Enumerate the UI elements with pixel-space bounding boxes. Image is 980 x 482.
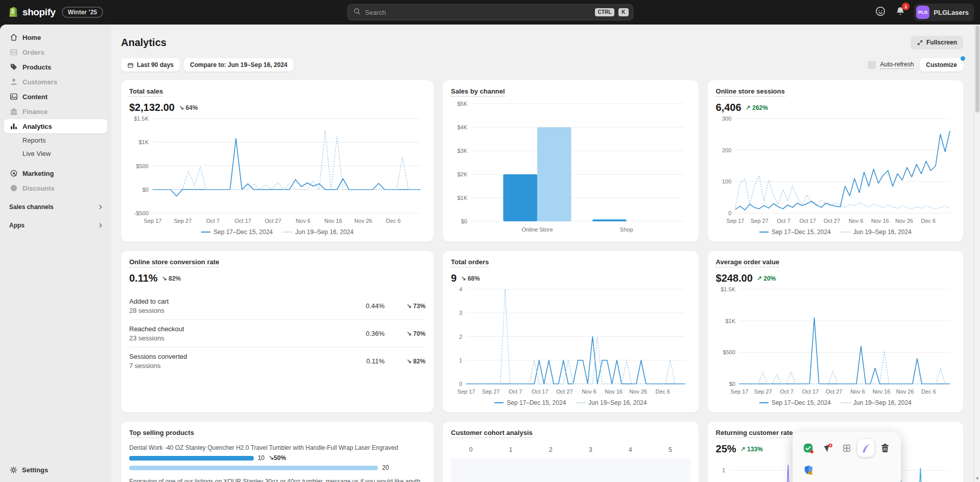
sidekick-icon[interactable]: [874, 5, 887, 19]
sidebar-item-home[interactable]: Home: [4, 30, 107, 44]
svg-text:Oct 27: Oct 27: [826, 388, 842, 395]
bell-icon: [895, 10, 906, 18]
trash-icon: [879, 443, 891, 454]
change-badge: ↗ 20%: [757, 275, 776, 282]
sidebar-item-finance[interactable]: Finance: [4, 104, 107, 119]
sidebar-item-reports[interactable]: Reports: [4, 134, 107, 147]
chevron-right-icon: [97, 203, 104, 211]
funnel-row: Added to cart28 sessions 0.44% ↘ 73%: [129, 292, 425, 319]
avatar: PLG: [916, 6, 929, 19]
sidebar-item-orders[interactable]: Orders: [4, 45, 107, 59]
content-icon: [11, 94, 17, 100]
auto-refresh-checkbox[interactable]: [868, 61, 876, 69]
svg-text:100: 100: [722, 178, 731, 185]
svg-text:$0: $0: [461, 218, 467, 224]
sales-by-channel-chart: $5K$4K$3K$2K$1K$0Online StoreShop: [451, 100, 690, 236]
extension-pen[interactable]: [857, 439, 875, 457]
notifications-button[interactable]: 1: [895, 6, 906, 19]
svg-text:3: 3: [459, 310, 462, 316]
sidebar-item-customers[interactable]: Customers: [4, 75, 107, 89]
svg-text:Oct 7: Oct 7: [780, 388, 793, 395]
svg-text:Nov 16: Nov 16: [605, 388, 623, 395]
page-scrollbar[interactable]: [974, 25, 980, 482]
change-badge: ↘ 64%: [179, 104, 198, 111]
auto-refresh-toggle[interactable]: Auto-refresh: [868, 61, 914, 69]
main-content: Analytics Fullscreen Last 90 days Compar…: [111, 25, 980, 482]
svg-text:300: 300: [722, 116, 731, 122]
sidebar-item-discounts[interactable]: Discounts: [4, 181, 107, 195]
svg-text:Oct 7: Oct 7: [777, 218, 790, 224]
analytics-icon: [11, 126, 12, 129]
svg-text:Shop: Shop: [620, 226, 633, 233]
svg-text:Sep 17: Sep 17: [144, 218, 162, 224]
svg-text:$1K: $1K: [725, 318, 735, 324]
orders-icon: [11, 52, 17, 53]
svg-text:4: 4: [459, 286, 462, 292]
date-range-button[interactable]: Last 90 days: [121, 58, 180, 72]
extension-shield-warning[interactable]: [800, 461, 818, 479]
svg-text:Oct 7: Oct 7: [206, 218, 220, 224]
svg-text:Dec 6: Dec 6: [921, 388, 936, 395]
chart-legend: Sep 17–Dec 15, 2024 Jun 19–Sep 16, 2024: [716, 397, 955, 406]
sidebar-item-live-view[interactable]: Live View: [4, 147, 107, 160]
svg-text:200: 200: [722, 147, 731, 153]
shortcut-key-k: K: [618, 8, 628, 16]
svg-text:Sep 17: Sep 17: [726, 218, 744, 224]
svg-text:Nov 26: Nov 26: [896, 388, 914, 395]
svg-text:Nov 26: Nov 26: [354, 218, 372, 224]
svg-text:1: 1: [459, 357, 462, 363]
metric-title: Total sales: [129, 87, 163, 97]
metric-value: 25%: [716, 443, 736, 455]
card-online-store-sessions: Online store sessions 6,406 ↗ 262% 30020…: [708, 80, 963, 242]
search-bar[interactable]: CTRL K: [347, 4, 633, 20]
svg-text:Nov 6: Nov 6: [296, 218, 310, 224]
svg-text:Sep 17: Sep 17: [458, 388, 475, 395]
topbar: shopify Winter ’25 CTRL K 1 PLG PLGLaser…: [0, 0, 980, 25]
extension-cone-alert[interactable]: [819, 439, 836, 457]
home-icon: [11, 34, 17, 40]
brand-wordmark: shopify: [22, 7, 56, 18]
funnel-row: Sessions converted7 sessions 0.11% ↘ 82%: [129, 347, 425, 375]
green-check-icon: [803, 443, 814, 454]
svg-text:$500: $500: [723, 349, 735, 355]
sidebar-item-analytics[interactable]: Analytics: [4, 119, 107, 133]
sidebar-section-apps[interactable]: Apps: [9, 222, 104, 229]
sidebar-item-marketing[interactable]: Marketing: [4, 166, 107, 180]
extension-trash[interactable]: [876, 439, 894, 457]
card-total-orders: Total orders 9 ↘ 68% 43210Sep 17Sep 27Oc…: [443, 251, 698, 412]
card-total-sales: Total sales $2,132.00 ↘ 64% $1.5K$1K$500…: [121, 80, 434, 242]
metric-value: 6,406: [716, 102, 742, 113]
compare-to-button[interactable]: Compare to: Jun 19–Sep 16, 2024: [184, 58, 294, 72]
finance-icon: [11, 108, 17, 110]
extension-knot[interactable]: [838, 439, 855, 457]
svg-text:$1.5K: $1.5K: [134, 116, 149, 122]
svg-text:2: 2: [459, 334, 462, 340]
customize-button[interactable]: Customize: [920, 58, 963, 72]
metric-title: Sales by channel: [451, 87, 505, 97]
orders-chart: 43210Sep 17Sep 27Oct 7Oct 17Oct 27Nov 6N…: [451, 285, 690, 397]
svg-text:Nov 26: Nov 26: [629, 388, 647, 395]
metric-value: $248.00: [716, 272, 753, 284]
knot-icon: [841, 443, 852, 454]
svg-text:Dec 6: Dec 6: [921, 218, 936, 224]
sidebar-item-products[interactable]: Products: [4, 60, 107, 74]
scroll-down-arrow[interactable]: [976, 477, 979, 480]
sidebar-item-settings[interactable]: Settings: [4, 463, 107, 477]
metric-value: $2,132.00: [129, 102, 175, 113]
fullscreen-button[interactable]: Fullscreen: [911, 36, 963, 49]
svg-text:Oct 27: Oct 27: [556, 388, 572, 395]
sidebar-section-sales-channels[interactable]: Sales channels: [9, 203, 104, 211]
conversion-funnel: Added to cart28 sessions 0.44% ↘ 73% Rea…: [129, 292, 425, 375]
extension-green-check[interactable]: [800, 439, 817, 457]
search-input[interactable]: [365, 9, 591, 16]
sidebar-item-content[interactable]: Content: [4, 89, 107, 104]
chart-legend: Sep 17–Dec 15, 2024 Jun 19–Sep 16, 2024: [451, 397, 690, 406]
pen-icon: [861, 443, 872, 454]
scrollbar-thumb[interactable]: [975, 26, 979, 112]
cohort-column-headers: 012345: [451, 446, 690, 453]
svg-text:Oct 7: Oct 7: [509, 388, 522, 395]
metric-title: Top selling products: [129, 429, 194, 438]
user-menu[interactable]: PLG PLGLasers: [914, 4, 974, 21]
products-icon: [11, 64, 17, 70]
shopify-logo[interactable]: shopify: [7, 5, 56, 20]
